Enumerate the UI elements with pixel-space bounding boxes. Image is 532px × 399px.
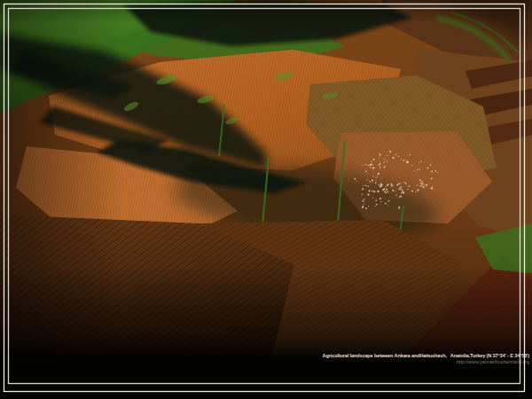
caption-title: Agricultural landscape between Ankara an… — [323, 353, 529, 359]
photo-caption: Agricultural landscape between Ankara an… — [323, 353, 529, 365]
wallpaper: Agricultural landscape between Ankara an… — [0, 0, 532, 399]
caption-url: http://www.yannarthusbertrand.org — [323, 359, 529, 365]
aerial-photo — [0, 0, 532, 399]
